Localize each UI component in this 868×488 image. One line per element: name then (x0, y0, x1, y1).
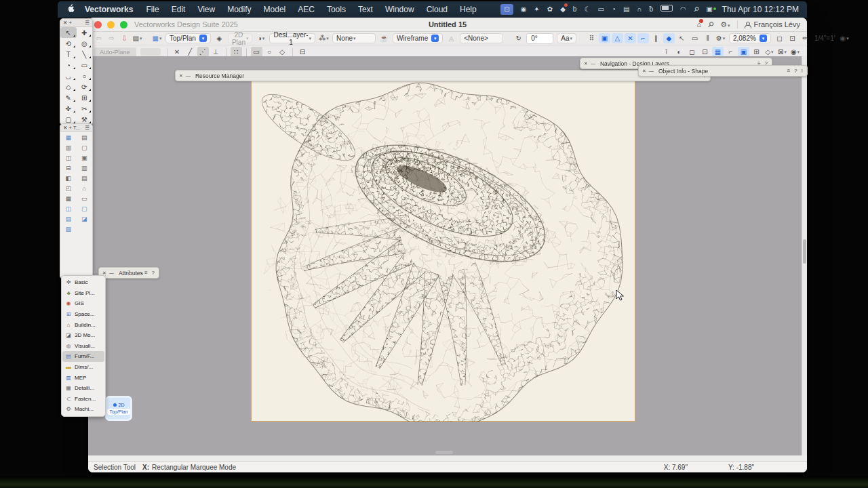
palette-collapse-icon[interactable]: — (649, 68, 654, 73)
layer-dropdown[interactable]: Desi...ayer-1▾ (269, 33, 315, 43)
fit-page-button[interactable]: ⊡ (787, 33, 798, 43)
toolset-gis[interactable]: ◉GIS (62, 298, 104, 309)
lounge-tool[interactable]: ◪ (77, 214, 93, 224)
plan-dropdown[interactable]: 2D Plan▾ (228, 33, 253, 43)
cabinet-tool[interactable]: ▦ (60, 132, 77, 142)
render-teapot-button[interactable]: ☕ (378, 33, 390, 43)
palette-help-icon[interactable]: ? (794, 68, 797, 74)
account-menu[interactable]: François Lévy (737, 20, 800, 28)
clip-tool[interactable]: ✂ (77, 103, 93, 114)
storage-tool[interactable]: ▤ (77, 173, 93, 183)
camera-view-toggle[interactable]: ⊡ (699, 47, 711, 57)
photos-app-icon[interactable]: ✿ (547, 5, 553, 14)
visibility-button[interactable]: ◉▾ (839, 33, 850, 43)
object-info-palette[interactable]: ✕ — Object Info - Shape ≡?! (638, 65, 808, 77)
polygon-tool[interactable]: ◇ (60, 81, 77, 92)
dresser-tool[interactable]: ◫ (60, 152, 77, 163)
clip-cube-button[interactable]: ◇▾ (764, 47, 775, 57)
working-plane-toggle[interactable]: ▦ (712, 47, 724, 57)
projection-settings-button[interactable]: ◈ (214, 33, 225, 43)
render-mode-dropdown[interactable]: Wireframe▾ (393, 33, 443, 43)
toolset-mep[interactable]: ▥MEP (62, 372, 104, 383)
close-window-button[interactable] (94, 21, 102, 28)
render-options-button[interactable]: ◬ (446, 33, 457, 43)
flyover-tool[interactable]: ⟲ (60, 38, 77, 49)
arc-tool[interactable]: ◔ (60, 60, 77, 70)
snap-angle-toggle[interactable]: △ (612, 33, 623, 43)
fit-objects-button[interactable]: ◻ (774, 33, 785, 43)
class-options-button[interactable]: ◑▾ (255, 33, 267, 43)
snap-intersection-toggle[interactable]: ✕ (625, 33, 636, 43)
unified-view-toggle[interactable]: ◻ (686, 47, 698, 57)
snap-parallel-toggle[interactable]: ∥ (650, 33, 662, 43)
palette-close-icon[interactable]: ✕ (63, 125, 67, 131)
toolset-fasteners[interactable]: ⊂Fasten... (62, 394, 104, 405)
battery-icon[interactable] (660, 5, 673, 14)
snap-settings-button[interactable]: ⚙▾ (715, 33, 726, 43)
palette-close-icon[interactable]: ✕ (63, 20, 67, 26)
saved-views-button[interactable]: ⁂▾ (318, 33, 330, 43)
assistant-app-icon[interactable]: ◉ (521, 5, 527, 14)
bear-app-icon[interactable]: b (573, 5, 577, 14)
page-boundary-toggle[interactable]: ▣ (738, 47, 749, 57)
disable-interactive-scaling-mode[interactable]: ✕ (172, 47, 183, 57)
toolset-machine-design[interactable]: ⚙Machi... (62, 404, 104, 415)
bluetooth-icon[interactable]: ƀ (650, 5, 654, 14)
circle-tool[interactable]: ○ (77, 70, 93, 81)
lock-options-button[interactable]: ⊠▾ (776, 47, 788, 57)
workspace-button[interactable]: ▦▾ (151, 33, 163, 43)
zoom-tool[interactable]: ◎ (77, 38, 93, 49)
rotation-field[interactable]: 0° (526, 33, 553, 44)
polygon-marquee-mode[interactable]: ◇ (277, 47, 288, 57)
menu-item-file[interactable]: File (140, 5, 165, 14)
palette-add-icon[interactable]: + (68, 20, 71, 26)
screen-mirroring-icon[interactable]: ⊡ (500, 4, 513, 15)
keycard-icon[interactable]: ▤ (623, 5, 629, 14)
utility-cabinet-tool[interactable]: ▥ (77, 163, 93, 173)
workstation-tool[interactable]: ◫ (60, 203, 77, 214)
toolset-furnishings[interactable]: ▤Furn/F... (62, 351, 104, 362)
dropbox-icon[interactable]: ✦ (534, 5, 539, 14)
menu-item-window[interactable]: Window (379, 5, 420, 14)
menu-item-help[interactable]: Help (454, 5, 483, 14)
apple-menu[interactable] (63, 4, 78, 16)
palette-add-icon[interactable]: + (68, 125, 71, 131)
mesh-canvas[interactable] (251, 79, 635, 422)
desk-tool[interactable]: ◧ (60, 173, 77, 183)
toolset-space-planning[interactable]: ⊞Space... (62, 309, 104, 320)
resource-manager-palette[interactable]: ✕ — Resource Manager ? (175, 70, 711, 81)
menu-item-tools[interactable]: Tools (321, 5, 352, 14)
menu-item-view[interactable]: View (191, 5, 221, 14)
zoom-window-button[interactable] (120, 21, 127, 28)
palette-pin-icon[interactable]: ! (802, 68, 803, 74)
palette-menu-icon[interactable]: ☰ (85, 125, 90, 131)
base-cabinet-tool[interactable]: ▤ (77, 132, 93, 142)
toolset-basic[interactable]: ✜Basic (62, 277, 104, 288)
vertical-scrollbar-thumb[interactable] (803, 239, 806, 264)
plane-mode-pill[interactable] (140, 48, 161, 56)
display-icon[interactable]: ▭ (597, 5, 604, 14)
airpods-icon[interactable]: ∩ (637, 5, 642, 14)
polyline-tool[interactable]: ◡ (60, 70, 77, 81)
toolset-building-shell[interactable]: ⌂Buildin... (62, 319, 104, 330)
notify-app-icon[interactable]: ◆ (560, 5, 566, 14)
view-options-button[interactable]: ◉▾ (789, 47, 801, 57)
corner-marker-toggle[interactable]: ⌐ (725, 47, 736, 57)
menu-item-edit[interactable]: Edit (165, 5, 192, 14)
palette-collapse-icon[interactable]: — (109, 270, 114, 275)
drawing-area[interactable]: ✕ — Resource Manager ? ✕ — Attributes ≡?… (88, 56, 802, 455)
publish-button[interactable]: ▤▾ (132, 33, 143, 43)
contrast-view-toggle[interactable]: ◐ (673, 47, 685, 57)
focus-moon-icon[interactable]: ☾ (584, 5, 590, 14)
back-button[interactable]: ⇦ (93, 33, 104, 43)
single-object-mode[interactable]: ╱ (184, 47, 196, 57)
appliance-tool[interactable]: ▣ (77, 152, 93, 163)
wifi-icon[interactable]: ◠ (680, 5, 686, 14)
rectangle-tool[interactable]: ▭ (77, 60, 93, 70)
pause-snapping-button[interactable]: ‖ (702, 33, 713, 43)
palette-close-icon[interactable]: ✕ (642, 68, 646, 74)
unrestricted-mode[interactable]: ⋰ (197, 47, 209, 57)
layer-scale-button[interactable]: ✏ (800, 33, 811, 43)
toolset-detailing[interactable]: ▦Detaili... (62, 383, 104, 394)
view-dropdown[interactable]: Top/Plan▾ (165, 33, 211, 43)
